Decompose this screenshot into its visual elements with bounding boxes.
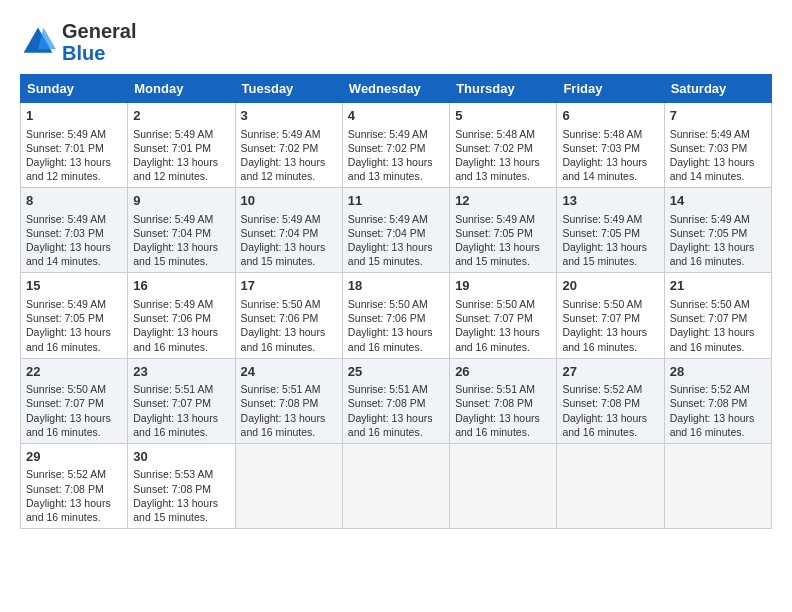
day-number: 6 bbox=[562, 107, 658, 125]
sunrise-text: Sunrise: 5:49 AM bbox=[26, 128, 106, 140]
col-friday: Friday bbox=[557, 75, 664, 103]
page-header: General Blue bbox=[20, 20, 772, 64]
calendar-cell bbox=[235, 443, 342, 528]
daylight-text: Daylight: 13 hours and 13 minutes. bbox=[348, 156, 433, 182]
daylight-text: Daylight: 13 hours and 16 minutes. bbox=[241, 412, 326, 438]
sunrise-text: Sunrise: 5:49 AM bbox=[241, 213, 321, 225]
calendar-cell bbox=[342, 443, 449, 528]
sunset-text: Sunset: 7:07 PM bbox=[455, 312, 533, 324]
sunset-text: Sunset: 7:04 PM bbox=[241, 227, 319, 239]
calendar-cell: 22Sunrise: 5:50 AMSunset: 7:07 PMDayligh… bbox=[21, 358, 128, 443]
calendar-cell: 11Sunrise: 5:49 AMSunset: 7:04 PMDayligh… bbox=[342, 188, 449, 273]
sunset-text: Sunset: 7:06 PM bbox=[348, 312, 426, 324]
calendar-row: 22Sunrise: 5:50 AMSunset: 7:07 PMDayligh… bbox=[21, 358, 772, 443]
calendar-cell: 20Sunrise: 5:50 AMSunset: 7:07 PMDayligh… bbox=[557, 273, 664, 358]
daylight-text: Daylight: 13 hours and 12 minutes. bbox=[26, 156, 111, 182]
sunrise-text: Sunrise: 5:53 AM bbox=[133, 468, 213, 480]
day-number: 24 bbox=[241, 363, 337, 381]
sunrise-text: Sunrise: 5:51 AM bbox=[241, 383, 321, 395]
sunset-text: Sunset: 7:05 PM bbox=[26, 312, 104, 324]
sunrise-text: Sunrise: 5:51 AM bbox=[133, 383, 213, 395]
day-number: 30 bbox=[133, 448, 229, 466]
day-number: 4 bbox=[348, 107, 444, 125]
day-number: 27 bbox=[562, 363, 658, 381]
sunset-text: Sunset: 7:08 PM bbox=[133, 483, 211, 495]
sunset-text: Sunset: 7:03 PM bbox=[26, 227, 104, 239]
sunset-text: Sunset: 7:08 PM bbox=[562, 397, 640, 409]
daylight-text: Daylight: 13 hours and 16 minutes. bbox=[133, 412, 218, 438]
day-number: 8 bbox=[26, 192, 122, 210]
sunrise-text: Sunrise: 5:50 AM bbox=[562, 298, 642, 310]
logo-blue: Blue bbox=[62, 42, 105, 64]
daylight-text: Daylight: 13 hours and 12 minutes. bbox=[133, 156, 218, 182]
col-wednesday: Wednesday bbox=[342, 75, 449, 103]
day-number: 15 bbox=[26, 277, 122, 295]
calendar-cell: 3Sunrise: 5:49 AMSunset: 7:02 PMDaylight… bbox=[235, 103, 342, 188]
daylight-text: Daylight: 13 hours and 14 minutes. bbox=[562, 156, 647, 182]
day-number: 3 bbox=[241, 107, 337, 125]
day-number: 22 bbox=[26, 363, 122, 381]
sunrise-text: Sunrise: 5:51 AM bbox=[348, 383, 428, 395]
daylight-text: Daylight: 13 hours and 13 minutes. bbox=[455, 156, 540, 182]
sunset-text: Sunset: 7:01 PM bbox=[26, 142, 104, 154]
day-number: 26 bbox=[455, 363, 551, 381]
daylight-text: Daylight: 13 hours and 16 minutes. bbox=[670, 326, 755, 352]
day-number: 19 bbox=[455, 277, 551, 295]
sunset-text: Sunset: 7:08 PM bbox=[455, 397, 533, 409]
day-number: 14 bbox=[670, 192, 766, 210]
sunrise-text: Sunrise: 5:50 AM bbox=[670, 298, 750, 310]
daylight-text: Daylight: 13 hours and 16 minutes. bbox=[133, 326, 218, 352]
daylight-text: Daylight: 13 hours and 15 minutes. bbox=[241, 241, 326, 267]
sunset-text: Sunset: 7:07 PM bbox=[26, 397, 104, 409]
col-tuesday: Tuesday bbox=[235, 75, 342, 103]
daylight-text: Daylight: 13 hours and 15 minutes. bbox=[562, 241, 647, 267]
calendar-cell: 17Sunrise: 5:50 AMSunset: 7:06 PMDayligh… bbox=[235, 273, 342, 358]
logo: General Blue bbox=[20, 20, 136, 64]
day-number: 23 bbox=[133, 363, 229, 381]
svg-marker-1 bbox=[38, 28, 56, 50]
calendar-cell: 10Sunrise: 5:49 AMSunset: 7:04 PMDayligh… bbox=[235, 188, 342, 273]
calendar-cell: 15Sunrise: 5:49 AMSunset: 7:05 PMDayligh… bbox=[21, 273, 128, 358]
daylight-text: Daylight: 13 hours and 15 minutes. bbox=[133, 241, 218, 267]
day-number: 5 bbox=[455, 107, 551, 125]
daylight-text: Daylight: 13 hours and 16 minutes. bbox=[455, 326, 540, 352]
sunrise-text: Sunrise: 5:49 AM bbox=[241, 128, 321, 140]
daylight-text: Daylight: 13 hours and 16 minutes. bbox=[241, 326, 326, 352]
calendar-table: Sunday Monday Tuesday Wednesday Thursday… bbox=[20, 74, 772, 529]
day-number: 7 bbox=[670, 107, 766, 125]
sunset-text: Sunset: 7:05 PM bbox=[670, 227, 748, 239]
sunrise-text: Sunrise: 5:49 AM bbox=[26, 213, 106, 225]
calendar-cell: 29Sunrise: 5:52 AMSunset: 7:08 PMDayligh… bbox=[21, 443, 128, 528]
sunset-text: Sunset: 7:02 PM bbox=[455, 142, 533, 154]
sunset-text: Sunset: 7:06 PM bbox=[241, 312, 319, 324]
calendar-cell: 7Sunrise: 5:49 AMSunset: 7:03 PMDaylight… bbox=[664, 103, 771, 188]
sunrise-text: Sunrise: 5:49 AM bbox=[670, 128, 750, 140]
calendar-cell: 18Sunrise: 5:50 AMSunset: 7:06 PMDayligh… bbox=[342, 273, 449, 358]
sunrise-text: Sunrise: 5:52 AM bbox=[670, 383, 750, 395]
daylight-text: Daylight: 13 hours and 14 minutes. bbox=[670, 156, 755, 182]
day-number: 25 bbox=[348, 363, 444, 381]
sunset-text: Sunset: 7:03 PM bbox=[670, 142, 748, 154]
calendar-cell: 14Sunrise: 5:49 AMSunset: 7:05 PMDayligh… bbox=[664, 188, 771, 273]
sunset-text: Sunset: 7:04 PM bbox=[348, 227, 426, 239]
daylight-text: Daylight: 13 hours and 16 minutes. bbox=[562, 412, 647, 438]
daylight-text: Daylight: 13 hours and 16 minutes. bbox=[455, 412, 540, 438]
calendar-cell: 1Sunrise: 5:49 AMSunset: 7:01 PMDaylight… bbox=[21, 103, 128, 188]
sunset-text: Sunset: 7:08 PM bbox=[241, 397, 319, 409]
sunrise-text: Sunrise: 5:49 AM bbox=[133, 298, 213, 310]
daylight-text: Daylight: 13 hours and 16 minutes. bbox=[348, 326, 433, 352]
daylight-text: Daylight: 13 hours and 12 minutes. bbox=[241, 156, 326, 182]
daylight-text: Daylight: 13 hours and 16 minutes. bbox=[348, 412, 433, 438]
calendar-cell: 16Sunrise: 5:49 AMSunset: 7:06 PMDayligh… bbox=[128, 273, 235, 358]
day-number: 28 bbox=[670, 363, 766, 381]
sunset-text: Sunset: 7:02 PM bbox=[241, 142, 319, 154]
sunset-text: Sunset: 7:08 PM bbox=[26, 483, 104, 495]
sunrise-text: Sunrise: 5:48 AM bbox=[455, 128, 535, 140]
calendar-row: 8Sunrise: 5:49 AMSunset: 7:03 PMDaylight… bbox=[21, 188, 772, 273]
sunrise-text: Sunrise: 5:52 AM bbox=[26, 468, 106, 480]
sunset-text: Sunset: 7:07 PM bbox=[670, 312, 748, 324]
calendar-cell: 8Sunrise: 5:49 AMSunset: 7:03 PMDaylight… bbox=[21, 188, 128, 273]
daylight-text: Daylight: 13 hours and 16 minutes. bbox=[670, 412, 755, 438]
calendar-cell bbox=[450, 443, 557, 528]
sunset-text: Sunset: 7:05 PM bbox=[455, 227, 533, 239]
